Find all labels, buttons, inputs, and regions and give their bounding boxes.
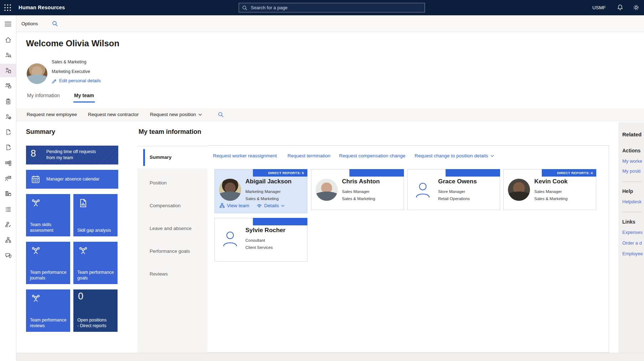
employee-card-chris-ashton[interactable]: Chris Ashton Sales Manager Sales & Marke… — [311, 169, 404, 210]
app-title: Human Resources — [19, 5, 65, 10]
team-vertical-tabs: Summary Position Compensation Leave and … — [137, 145, 207, 353]
top-bar: Human Resources USMF — [0, 0, 644, 15]
request-worker-reassignment-link[interactable]: Request worker reassignment — [213, 153, 277, 158]
tab-my-team[interactable]: My team — [74, 93, 94, 98]
sidebar-item-home[interactable] — [0, 33, 16, 47]
request-new-position-button[interactable]: Request new position — [150, 112, 202, 117]
sidebar-item-leave-approvals[interactable] — [0, 125, 16, 139]
tile-team-skills-assessment[interactable]: Team skills assessment — [26, 194, 70, 236]
vtab-position[interactable]: Position — [150, 180, 167, 185]
people-search-icon — [5, 52, 12, 59]
help-section-heading: Help — [622, 188, 633, 194]
sidebar-item-org-structure[interactable] — [0, 233, 16, 247]
action-bar-search-icon[interactable] — [218, 112, 224, 117]
related-heading: Related — [622, 131, 642, 137]
settings-gear-icon[interactable] — [633, 4, 640, 11]
employee-job-title: Sales Manager — [342, 189, 369, 194]
request-new-employee-button[interactable]: Request new employee — [27, 112, 77, 117]
sidebar-item-checklists[interactable] — [0, 95, 16, 108]
request-termination-link[interactable]: Request termination — [287, 153, 331, 158]
app-launcher-icon[interactable] — [4, 4, 11, 11]
tile-team-performance-journals[interactable]: Team performance journals — [26, 242, 70, 284]
sidebar-item-tasks[interactable] — [0, 203, 16, 216]
clipboard-icon — [5, 98, 12, 105]
employee-card-grace-owens[interactable]: Grace Owens Store Manager Retail Operati… — [407, 169, 500, 210]
employee-link[interactable]: Employee — [622, 251, 643, 256]
library-briefcase-icon — [5, 190, 12, 197]
card-top-strip — [446, 169, 500, 177]
sidebar-item-position-approvals[interactable] — [0, 218, 16, 231]
tile-skill-gap-analysis[interactable]: Skill gap analysis — [73, 194, 118, 236]
org-chart-check-icon — [5, 221, 12, 228]
nav-expand-hamburger-icon[interactable] — [5, 21, 11, 27]
employee-photo — [316, 179, 338, 201]
vtab-compensation[interactable]: Compensation — [150, 203, 181, 208]
search-icon — [242, 5, 247, 10]
vtab-summary[interactable]: Summary — [137, 147, 207, 168]
my-positions-link[interactable]: My positi — [622, 168, 640, 174]
team-icon — [31, 294, 41, 303]
tile-open-positions[interactable]: 0 Open positions - Direct reports — [73, 289, 118, 332]
tile-team-performance-goals[interactable]: Team performance goals — [73, 242, 118, 284]
request-compensation-change-link[interactable]: Request compensation change — [339, 153, 405, 158]
employee-card-sylvie-rocher[interactable]: Sylvie Rocher Consultant Client Services — [214, 218, 307, 262]
my-workers-link[interactable]: My worke — [622, 158, 642, 164]
helpdesk-link[interactable]: Helpdesk — [622, 199, 642, 204]
employee-card-abigail-jackson[interactable]: DIRECT REPORTS: 5 Abigail Jackson Market… — [214, 169, 307, 213]
tile-manager-absence-calendar[interactable]: Manager absence calendar — [26, 170, 118, 189]
sidebar-item-learning[interactable] — [0, 187, 16, 200]
request-change-position-details-link[interactable]: Request change to position details — [415, 153, 494, 158]
divider — [622, 182, 642, 182]
order-a-device-link[interactable]: Order a d — [622, 240, 642, 246]
open-positions-label: Open positions - Direct reports — [77, 317, 114, 329]
task-list-icon — [5, 206, 12, 213]
sidebar-item-performance[interactable] — [0, 172, 16, 185]
page-search-box[interactable] — [239, 3, 425, 12]
employee-name: Grace Owens — [438, 178, 477, 185]
sidebar-item-requests[interactable] — [0, 141, 16, 154]
employee-department: Sales & Marketing — [534, 197, 567, 201]
sidebar-item-exits[interactable] — [0, 110, 16, 124]
generic-person-icon — [220, 229, 240, 248]
vtab-leave-and-absence[interactable]: Leave and absence — [150, 226, 192, 231]
vtab-reviews[interactable]: Reviews — [150, 271, 168, 277]
sidebar-item-personnel-management[interactable] — [0, 64, 16, 77]
employee-department: Retail Operations — [438, 197, 470, 201]
command-search-icon[interactable] — [52, 21, 58, 27]
tile-pending-time-off[interactable]: 8 Pending time off requests from my team — [26, 146, 118, 164]
card-top-strip — [349, 169, 404, 177]
team-action-bar: Request new employee Request new contrac… — [16, 108, 644, 121]
company-selector[interactable]: USMF — [592, 5, 606, 10]
user-avatar[interactable] — [27, 63, 47, 84]
edit-personal-details-link[interactable]: Edit personal details — [52, 78, 101, 83]
related-links-panel: Related Actions My worke My positi Help … — [618, 122, 644, 361]
tile-team-performance-reviews[interactable]: Team performance reviews — [26, 289, 70, 332]
sidebar-item-payroll[interactable] — [0, 156, 16, 170]
team-section-heading: My team information — [139, 128, 201, 136]
vtab-performance-goals[interactable]: Performance goals — [150, 248, 190, 254]
vtab-active-indicator — [143, 149, 145, 166]
tab-my-information[interactable]: My information — [27, 93, 60, 98]
employee-job-title: Sales Manager — [534, 189, 562, 194]
sidebar-item-teams[interactable] — [0, 79, 16, 93]
org-chart-icon — [219, 203, 225, 208]
vtab-summary-label: Summary — [150, 155, 172, 160]
document-approval-icon — [5, 144, 12, 151]
open-positions-count: 0 — [78, 291, 83, 302]
page-search-input[interactable] — [250, 5, 421, 11]
page-bottom-strip — [16, 353, 644, 361]
page-title: Welcome Olivia Wilson — [26, 38, 119, 48]
employee-card-kevin-cook[interactable]: DIRECT REPORTS: 4 Kevin Cook Sales Manag… — [503, 169, 596, 210]
sidebar-item-feedback[interactable] — [0, 249, 16, 262]
request-new-contractor-button[interactable]: Request new contractor — [88, 112, 139, 117]
expenses-link[interactable]: Expenses — [622, 230, 643, 235]
people-briefcase-icon — [5, 82, 12, 89]
person-blocked-icon — [5, 113, 12, 120]
sidebar-item-people-search[interactable] — [0, 48, 16, 62]
notifications-bell-icon[interactable] — [617, 4, 624, 11]
team-content-panel: Request worker reassignment Request term… — [207, 145, 609, 353]
details-link[interactable]: Details — [256, 203, 285, 208]
options-menu[interactable]: Options — [21, 21, 38, 26]
view-team-link[interactable]: View team — [219, 203, 249, 208]
employee-name: Abigail Jackson — [245, 178, 291, 185]
